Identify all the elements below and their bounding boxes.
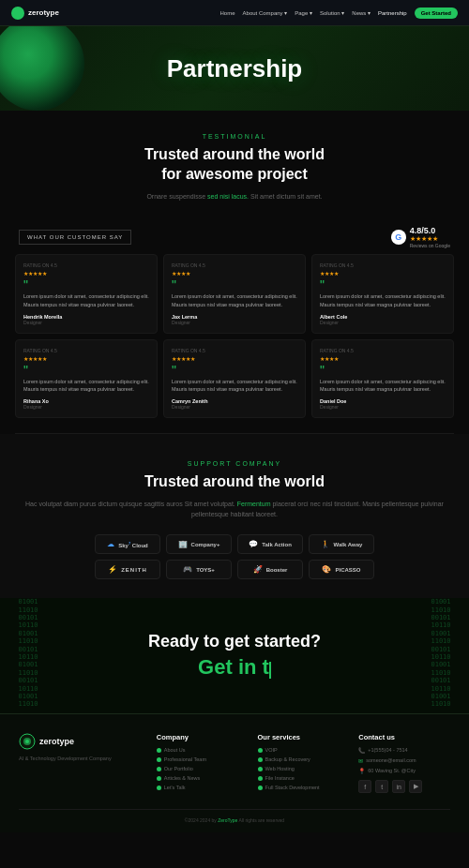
- footer-link-about[interactable]: About Us: [157, 747, 249, 753]
- review-card-3: RATING ON 4.5 ★★★★ " Lorem ipsum dolor s…: [311, 254, 454, 334]
- card-date: RATING ON 4.5: [172, 348, 297, 353]
- footer-link-team[interactable]: Professional Team: [157, 756, 249, 762]
- footer-contact-col: Contact us 📞 +1(555)04 - 7514 ✉ someone@…: [358, 733, 450, 794]
- card-text: Lorem ipsum dolor sit amet, consectetur …: [172, 292, 297, 308]
- footer-link-voip[interactable]: VOIP: [258, 747, 350, 753]
- review-card-2: RATING ON 4.5 ★★★★ " Lorem ipsum dolor s…: [163, 254, 306, 334]
- footer-services-col: Our services VOIP Backup & Recovery Web …: [258, 733, 350, 794]
- logo-text: Booster: [266, 567, 288, 573]
- talk-icon: 💬: [249, 540, 258, 548]
- linkedin-icon[interactable]: in: [392, 780, 405, 793]
- logo-text: ZENITH: [121, 567, 147, 573]
- footer-link-fullstack[interactable]: Full Stack Development: [258, 785, 350, 790]
- card-date: RATING ON 4.5: [172, 262, 297, 268]
- quote-icon: ": [172, 366, 297, 376]
- nav-page[interactable]: Page ▾: [295, 9, 312, 16]
- company-icon: 🏢: [178, 540, 188, 548]
- footer-email: ✉ someone@email.com: [358, 757, 450, 764]
- logo-walk-away[interactable]: 🚶 Walk Away: [309, 534, 374, 554]
- footer-address: 📍 60 Waving St. @City: [358, 768, 450, 774]
- testimonial-desc: Ornare suspendisse sed nisi lacus. Sit a…: [19, 192, 450, 202]
- nav-news[interactable]: News ▾: [352, 9, 371, 16]
- nav-partnership[interactable]: Partnership: [378, 10, 407, 16]
- walk-icon: 🚶: [321, 540, 330, 548]
- review-card-1: RATING ON 4.5 ★★★★★ " Lorem ipsum dolor …: [15, 254, 158, 334]
- dot-icon: [258, 767, 263, 771]
- dot-icon: [157, 786, 161, 790]
- nav-links: Home About Company ▾ Page ▾ Solution ▾ N…: [220, 7, 458, 19]
- card-date: RATING ON 4.5: [320, 262, 446, 268]
- logo-picasso[interactable]: 🎨 PICASSO: [309, 560, 374, 579]
- footer-link-hosting[interactable]: Web Hosting: [258, 766, 350, 771]
- footer-link-talk[interactable]: Let's Talk: [157, 785, 249, 790]
- card-stars: ★★★★★: [23, 355, 149, 362]
- rating-score: 4.8/5.0: [410, 226, 450, 235]
- reviews-header: WHAT OUR CUSTOMER SAY G 4.8/5.0 ★★★★★ Re…: [0, 217, 469, 254]
- get-started-button[interactable]: Get Started: [415, 7, 458, 19]
- matrix-right: 0100111010001011011001001110100010110110…: [413, 598, 469, 713]
- nav-logo[interactable]: zerotype: [11, 7, 59, 20]
- footer-link-file[interactable]: File Instance: [258, 775, 350, 781]
- hero-globe: [0, 26, 84, 111]
- testimonial-title: Trusted around the worldfor awesome proj…: [19, 145, 450, 185]
- card-role: Designer: [23, 320, 149, 325]
- facebook-icon[interactable]: f: [358, 780, 371, 793]
- review-card-6: RATING ON 4.5 ★★★★ " Lorem ipsum dolor s…: [311, 339, 454, 419]
- nav-solution[interactable]: Solution ▾: [320, 9, 344, 16]
- footer-link-portfolio[interactable]: Our Portfolio: [157, 766, 249, 771]
- company-logos: ☁ Sky7 Cloud 🏢 Company+ 💬 Talk Action 🚶 …: [19, 534, 450, 579]
- footer-tagline: AI & Technology Development Company: [19, 756, 147, 761]
- testimonial-tag: TESTIMONIAL: [19, 133, 450, 140]
- footer-contact-title: Contact us: [358, 733, 450, 741]
- logo-icon: [11, 7, 24, 20]
- google-icon: G: [391, 230, 406, 245]
- what-say-label: WHAT OUR CUSTOMER SAY: [19, 230, 131, 245]
- logo-sky-cloud[interactable]: ☁ Sky7 Cloud: [95, 534, 160, 554]
- cta-highlight: Get in t: [198, 655, 269, 679]
- card-date: RATING ON 4.5: [320, 348, 446, 353]
- card-role: Designer: [23, 404, 149, 410]
- sky-cloud-icon: ☁: [107, 540, 114, 548]
- card-stars: ★★★★★: [23, 270, 149, 277]
- zenith-icon: ⚡: [108, 565, 117, 574]
- logo-row-2: ⚡ ZENITH 🎮 TOYS+ 🚀 Booster 🎨 PICASSO: [19, 560, 450, 579]
- support-section: SUPPORT COMPANY Trusted around the world…: [0, 434, 469, 598]
- rating-count: Reviews on Google: [410, 243, 450, 248]
- quote-icon: ": [23, 280, 149, 291]
- logo-booster[interactable]: 🚀 Booster: [237, 560, 303, 579]
- support-title: Trusted around the world: [19, 472, 450, 492]
- card-text: Lorem ipsum dolor sit amet, consectetur …: [23, 292, 149, 308]
- footer-link-articles[interactable]: Articles & News: [157, 775, 249, 781]
- nav-about[interactable]: About Company ▾: [243, 9, 288, 16]
- quote-icon: ": [320, 366, 446, 376]
- logo-talk-action[interactable]: 💬 Talk Action: [237, 534, 303, 554]
- review-card-4: RATING ON 4.5 ★★★★★ " Lorem ipsum dolor …: [15, 339, 158, 419]
- rating-info: 4.8/5.0 ★★★★★ Reviews on Google: [410, 226, 450, 248]
- card-role: Designer: [172, 320, 297, 325]
- picasso-icon: 🎨: [322, 565, 331, 574]
- dot-icon: [157, 776, 161, 781]
- logo-company-plus[interactable]: 🏢 Company+: [166, 534, 232, 554]
- matrix-left: 0100111010001011011001001110100010110110…: [0, 598, 56, 713]
- logo-toys-plus[interactable]: 🎮 TOYS+: [166, 560, 232, 579]
- svg-point-2: [25, 740, 29, 743]
- logo-text: TOYS+: [196, 567, 215, 573]
- footer-phone: 📞 +1(555)04 - 7514: [358, 747, 450, 754]
- cta-cursor: [269, 662, 271, 679]
- nav-home[interactable]: Home: [220, 10, 235, 16]
- location-icon: 📍: [358, 768, 365, 774]
- logo-zenith[interactable]: ⚡ ZENITH: [95, 560, 160, 579]
- hero-title: Partnership: [167, 54, 303, 83]
- twitter-icon[interactable]: t: [375, 780, 388, 793]
- footer-link-backup[interactable]: Backup & Recovery: [258, 756, 350, 762]
- phone-icon: 📞: [358, 747, 365, 754]
- support-tag: SUPPORT COMPANY: [19, 460, 450, 467]
- youtube-icon[interactable]: ▶: [409, 780, 422, 793]
- footer-logo-text: zerotype: [39, 737, 74, 746]
- review-card-5: RATING ON 4.5 ★★★★★ " Lorem ipsum dolor …: [163, 339, 306, 419]
- logo-text: Sky7 Cloud: [118, 541, 148, 548]
- footer-bottom: ©2024 2024 by ZeroType All rights are re…: [19, 809, 450, 823]
- logo-text: Company+: [191, 542, 220, 547]
- cta-title: Ready to get started?: [19, 632, 450, 651]
- footer-grid: zerotype AI & Technology Development Com…: [19, 733, 450, 794]
